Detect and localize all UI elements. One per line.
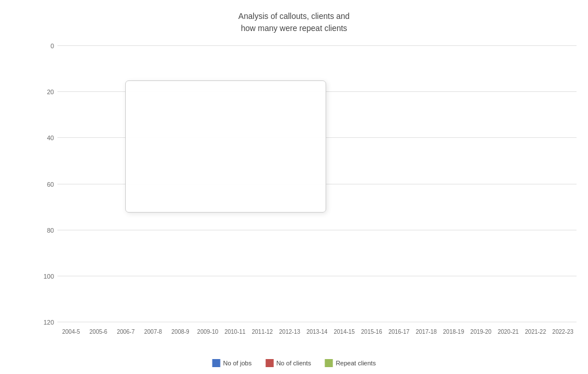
x-axis-label: 2013-14 [303, 329, 331, 335]
legend-item: Repeat clients [325, 359, 376, 367]
chart-area: 020406080100120 2004-52005-62006-72007-8… [34, 46, 577, 322]
legend-label: No of jobs [223, 360, 252, 367]
y-axis-label: 20 [47, 88, 54, 95]
x-axis-label: 2020-21 [494, 329, 522, 335]
legend-label: No of clients [276, 360, 311, 367]
x-axis-label: 2010-11 [221, 329, 249, 335]
x-axis-label: 2018-19 [440, 329, 467, 335]
chart-container: Analysis of callouts, clients and how ma… [0, 0, 588, 374]
legend-color-box [325, 359, 333, 367]
x-axis-label: 2007-8 [140, 329, 167, 335]
y-axis-label: 60 [47, 181, 54, 188]
x-axis-label: 2008-9 [167, 329, 194, 335]
y-axis: 020406080100120 [34, 46, 57, 322]
x-axis-label: 2016-17 [385, 329, 413, 335]
y-axis-label: 100 [44, 273, 54, 280]
x-axis-label: 2015-16 [358, 329, 385, 335]
x-axis-label: 2021-22 [522, 329, 550, 335]
legend-item: No of clients [265, 359, 311, 367]
x-labels: 2004-52005-62006-72007-82008-92009-10201… [57, 329, 577, 335]
x-axis-label: 2011-12 [249, 329, 276, 335]
y-axis-label: 40 [47, 134, 54, 141]
x-axis-label: 2014-15 [331, 329, 358, 335]
bars-area [57, 46, 577, 322]
x-axis-label: 2005-6 [85, 329, 113, 335]
legend-color-box [265, 359, 273, 367]
x-axis-label: 2017-18 [413, 329, 440, 335]
chart-title: Analysis of callouts, clients and how ma… [0, 0, 588, 34]
legend-color-box [212, 359, 220, 367]
x-axis-label: 2022-23 [549, 329, 577, 335]
y-axis-label: 0 [51, 43, 54, 49]
y-axis-label: 120 [44, 319, 54, 326]
x-axis-label: 2012-13 [276, 329, 304, 335]
x-axis-label: 2004-5 [57, 329, 85, 335]
legend-item: No of jobs [212, 359, 252, 367]
x-axis-label: 2019-20 [467, 329, 495, 335]
x-axis-label: 2006-7 [112, 329, 140, 335]
legend: No of jobsNo of clientsRepeat clients [212, 359, 376, 367]
x-axis-label: 2009-10 [194, 329, 222, 335]
y-axis-label: 80 [47, 227, 54, 234]
legend-label: Repeat clients [336, 360, 376, 367]
